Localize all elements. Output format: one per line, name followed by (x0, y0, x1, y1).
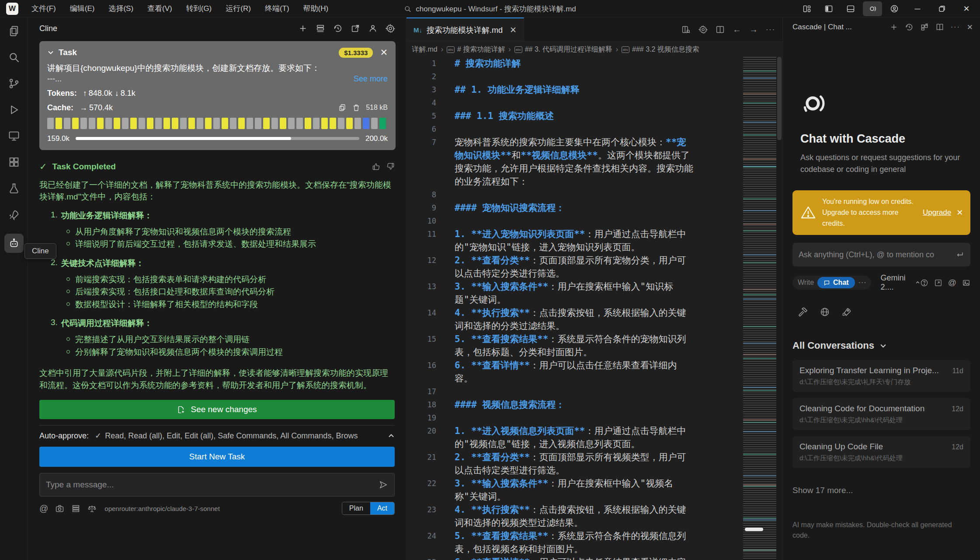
show-more-link[interactable]: Show 17 more... (792, 486, 980, 495)
conversation-card[interactable]: Cleaning Code for Documentation12dd:\工作压… (792, 398, 970, 430)
breadcrumb-item[interactable]: abc## 3. 代码调用过程详细解释 (514, 45, 612, 54)
mcp-servers-icon[interactable] (315, 23, 326, 34)
cascade-more-icon[interactable]: ··· (951, 23, 960, 31)
window-title-search[interactable]: chongwukepu - Windsurf - 搜索功能模块详解.md (404, 0, 576, 18)
cascade-mention-icon[interactable]: @ (948, 278, 956, 287)
minimize-button[interactable]: ─ (907, 0, 928, 18)
marketplace-icon[interactable] (7, 207, 21, 222)
menu-item[interactable]: 帮助(H) (298, 2, 334, 15)
explorer-icon[interactable] (7, 24, 21, 38)
more-actions-icon[interactable]: ··· (766, 26, 775, 34)
mode-chat-button[interactable]: Chat (817, 277, 855, 288)
send-icon[interactable] (379, 480, 388, 490)
toggle-panel-icon[interactable] (841, 1, 860, 16)
menu-item[interactable]: 编辑(E) (65, 2, 100, 15)
account-icon[interactable] (885, 1, 904, 16)
copy-icon[interactable] (338, 103, 347, 112)
menu-item[interactable]: 查看(V) (142, 2, 177, 15)
see-new-changes-button[interactable]: See new changes (39, 400, 395, 419)
context-segment (180, 118, 187, 129)
customize-layout-icon[interactable] (797, 1, 817, 16)
model-id[interactable]: openrouter:anthropic/claude-3-7-sonnet (104, 505, 335, 512)
toggle-sidebar-icon[interactable] (819, 1, 838, 16)
history-icon[interactable] (333, 23, 343, 34)
mention-icon[interactable]: @ (39, 504, 48, 514)
globe-icon[interactable] (820, 307, 830, 317)
settings-gear-icon[interactable] (385, 23, 396, 34)
help-icon[interactable] (920, 279, 928, 287)
delete-icon[interactable] (352, 103, 361, 112)
cascade-new-chat-icon[interactable] (890, 23, 898, 32)
menu-item[interactable]: 转到(G) (181, 2, 217, 15)
auto-approve-row[interactable]: Auto-approve: ✓ Read, Read (all), Edit, … (39, 425, 395, 441)
cline-icon[interactable] (4, 234, 24, 253)
new-task-icon[interactable] (298, 23, 308, 34)
model-selector[interactable]: Gemini 2.... (881, 273, 920, 292)
chevron-up-icon[interactable] (388, 432, 395, 439)
breadcrumb-label: 详解.md (412, 45, 438, 54)
conversations-header[interactable]: All Conversations (792, 340, 980, 351)
see-more-link[interactable]: See more (354, 74, 388, 84)
run-debug-icon[interactable] (7, 102, 21, 117)
thumbs-down-icon[interactable] (386, 162, 395, 171)
navigate-forward-icon[interactable]: → (749, 24, 758, 35)
testing-icon[interactable] (7, 181, 21, 196)
remote-explorer-icon[interactable] (7, 129, 21, 144)
close-button[interactable]: ✕ (956, 0, 977, 18)
breadcrumb-item[interactable]: abc# 搜索功能详解 (447, 45, 505, 54)
search-sidebar-icon[interactable] (7, 50, 21, 65)
menu-item[interactable]: 选择(S) (103, 2, 139, 15)
breadcrumb-item[interactable]: 详解.md (412, 45, 438, 54)
start-new-task-button[interactable]: Start New Task (39, 447, 395, 467)
camera-icon[interactable] (55, 504, 64, 513)
navigate-back-icon[interactable]: ← (733, 24, 741, 35)
scales-icon[interactable] (87, 504, 97, 513)
cascade-toggle-icon[interactable] (863, 1, 882, 16)
chevron-down-icon[interactable] (47, 49, 54, 56)
menu-item[interactable]: 运行(R) (220, 2, 256, 15)
source-control-icon[interactable] (7, 76, 21, 91)
mode-write-button[interactable]: Write (798, 279, 814, 287)
markdown-preview-icon[interactable] (681, 25, 691, 34)
image-icon[interactable] (962, 279, 970, 287)
breadcrumb-item[interactable]: abc### 3.2 视频信息搜索 (622, 45, 699, 54)
split-editor-icon[interactable] (716, 25, 725, 34)
cascade-input[interactable] (799, 250, 956, 259)
expand-icon[interactable] (934, 279, 942, 287)
cascade-layout-icon[interactable] (920, 23, 929, 32)
upgrade-link[interactable]: Upgrade (923, 208, 951, 217)
conversation-card[interactable]: Exploring Transfer Learning in Proje...1… (792, 360, 970, 392)
warning-close-icon[interactable]: ✕ (956, 208, 963, 217)
act-button[interactable]: Act (370, 502, 394, 514)
tab-close-icon[interactable]: ✕ (510, 25, 517, 35)
cascade-welcome-subtitle: Ask questions or request suggestions for… (800, 152, 963, 175)
menu-item[interactable]: 终端(T) (260, 2, 295, 15)
restore-button[interactable] (931, 0, 953, 18)
message-input[interactable] (46, 480, 379, 490)
context-segment (263, 118, 270, 129)
editor-scrollbar[interactable] (776, 57, 782, 560)
breadcrumbs[interactable]: 详解.md›abc# 搜索功能详解›abc## 3. 代码调用过程详细解释›ab… (407, 42, 782, 57)
menu-item[interactable]: 文件(F) (26, 2, 61, 15)
hammer-icon[interactable] (798, 307, 808, 317)
editor-settings-icon[interactable] (699, 25, 708, 34)
context-slider[interactable] (76, 137, 359, 140)
tab-active[interactable]: M↓ 搜索功能模块详解.md ✕ (407, 18, 524, 42)
rocket-icon[interactable] (841, 307, 852, 317)
cascade-history-icon[interactable] (905, 23, 914, 32)
line-number: 14 (407, 306, 436, 332)
docs-book-icon[interactable] (935, 23, 944, 32)
mode-more-icon[interactable]: ··· (858, 279, 867, 287)
cascade-close-icon[interactable]: ✕ (967, 23, 973, 32)
task-close-icon[interactable]: ✕ (380, 47, 388, 58)
minimap[interactable] (743, 57, 776, 560)
line-number: 17 (407, 385, 436, 398)
thumbs-up-icon[interactable] (372, 162, 380, 171)
terminal-stack-icon[interactable] (71, 504, 80, 513)
account-cline-icon[interactable] (368, 23, 378, 34)
open-in-editor-icon[interactable] (350, 23, 361, 34)
plan-button[interactable]: Plan (342, 502, 370, 514)
editor-content[interactable]: 1# 搜索功能详解23## 1. 功能业务逻辑详细解释45### 1.1 搜索功… (407, 57, 743, 560)
extensions-icon[interactable] (7, 155, 21, 170)
conversation-card[interactable]: Cleaning Up Code File12dd:\工作压缩包\未完成\hh&… (792, 436, 970, 468)
